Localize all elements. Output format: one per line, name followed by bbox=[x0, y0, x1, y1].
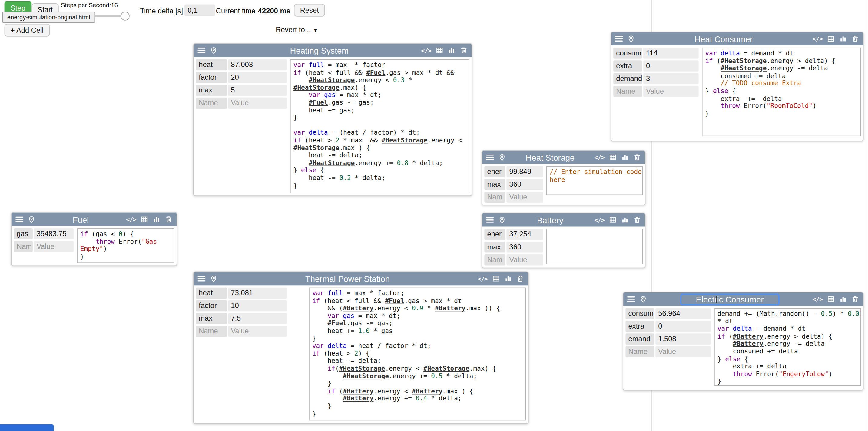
variable-value-input[interactable]: 99.849 bbox=[506, 166, 543, 177]
variable-name-input[interactable]: gas bbox=[14, 228, 33, 239]
chart-view-icon[interactable] bbox=[621, 216, 629, 224]
variable-value-input[interactable]: Value bbox=[228, 326, 287, 337]
variable-name-input[interactable]: max bbox=[484, 179, 505, 190]
variable-value-input[interactable]: Value bbox=[228, 97, 287, 109]
panel-header[interactable]: Heating System </> bbox=[194, 44, 472, 57]
code-view-icon[interactable]: </> bbox=[813, 295, 823, 303]
code-editor[interactable]: if (gas < 0) { throw Error("GasEmpty")} bbox=[77, 228, 175, 263]
variable-value-input[interactable]: Value bbox=[643, 86, 699, 97]
location-pin-icon[interactable] bbox=[209, 47, 217, 55]
panel-title[interactable]: Heating System bbox=[221, 46, 417, 55]
location-pin-icon[interactable] bbox=[209, 275, 217, 283]
variable-name-input[interactable]: max bbox=[484, 241, 505, 253]
trash-icon[interactable] bbox=[164, 215, 173, 223]
trash-icon[interactable] bbox=[851, 295, 859, 303]
variable-name-input[interactable]: Nam bbox=[484, 192, 505, 203]
table-view-icon[interactable] bbox=[140, 215, 148, 223]
menu-icon[interactable] bbox=[615, 34, 623, 43]
location-pin-icon[interactable] bbox=[639, 295, 647, 303]
variable-value-input[interactable]: 114 bbox=[643, 48, 699, 59]
variable-name-input[interactable]: heat bbox=[196, 288, 227, 299]
panel-header[interactable]: Heat Storage </> bbox=[482, 151, 645, 164]
code-view-icon[interactable]: </> bbox=[421, 47, 431, 55]
menu-icon[interactable] bbox=[198, 47, 206, 55]
code-editor[interactable]: var full = max * factor;if (heat < full … bbox=[309, 288, 526, 421]
chart-view-icon[interactable] bbox=[447, 47, 456, 55]
chart-view-icon[interactable] bbox=[839, 34, 847, 43]
table-view-icon[interactable] bbox=[609, 216, 617, 224]
panel-header[interactable]: Electric Consumer </> bbox=[623, 292, 863, 306]
code-editor[interactable]: var full = max * factorif (heat < full &… bbox=[290, 59, 469, 193]
panel-title[interactable]: Thermal Power Station bbox=[221, 274, 474, 283]
reset-button[interactable]: Reset bbox=[294, 4, 325, 17]
panel-header[interactable]: Thermal Power Station </> bbox=[194, 272, 528, 285]
variable-value-input[interactable]: Value bbox=[655, 346, 711, 357]
variable-value-input[interactable]: 360 bbox=[506, 179, 543, 190]
location-pin-icon[interactable] bbox=[27, 215, 35, 223]
variable-name-input[interactable]: max bbox=[196, 85, 227, 96]
time-delta-input[interactable]: 0,1 bbox=[184, 4, 215, 16]
code-editor[interactable]: demand += (Math.random() - 0.5) * 0.01* … bbox=[714, 308, 861, 385]
table-view-icon[interactable] bbox=[827, 34, 835, 43]
variable-name-input[interactable]: factor bbox=[196, 300, 227, 312]
variable-value-input[interactable]: 73.081 bbox=[228, 288, 287, 299]
panel-title[interactable]: Heat Consumer bbox=[639, 34, 808, 44]
variable-value-input[interactable]: 0 bbox=[655, 321, 711, 332]
chart-view-icon[interactable] bbox=[839, 295, 847, 303]
variable-name-input[interactable]: Name bbox=[196, 97, 227, 109]
table-view-icon[interactable] bbox=[435, 47, 443, 55]
menu-icon[interactable] bbox=[486, 153, 494, 161]
code-editor[interactable]: // Enter simulation codehere bbox=[546, 166, 643, 195]
table-view-icon[interactable] bbox=[827, 295, 835, 303]
panel-title[interactable]: Heat Storage bbox=[510, 153, 590, 162]
variable-name-input[interactable]: demand bbox=[613, 73, 642, 84]
trash-icon[interactable] bbox=[633, 216, 641, 224]
panel-header[interactable]: Battery </> bbox=[482, 213, 645, 227]
trash-icon[interactable] bbox=[516, 275, 524, 283]
code-view-icon[interactable]: </> bbox=[594, 153, 604, 161]
code-editor[interactable] bbox=[546, 229, 643, 264]
variable-value-input[interactable]: 56.964 bbox=[655, 308, 711, 319]
variable-name-input[interactable]: ener bbox=[484, 166, 505, 177]
code-editor[interactable]: var delta = demand * dtif (#HeatStorage.… bbox=[702, 48, 861, 136]
variable-name-input[interactable]: factor bbox=[196, 72, 227, 83]
variable-value-input[interactable]: Value bbox=[506, 254, 543, 265]
table-view-icon[interactable] bbox=[609, 153, 617, 161]
code-view-icon[interactable]: </> bbox=[126, 215, 136, 223]
code-view-icon[interactable]: </> bbox=[477, 275, 488, 283]
variable-name-input[interactable]: extra bbox=[625, 321, 654, 332]
location-pin-icon[interactable] bbox=[498, 216, 506, 224]
variable-name-input[interactable]: ener bbox=[484, 229, 505, 240]
menu-icon[interactable] bbox=[486, 216, 494, 224]
panel-header[interactable]: Heat Consumer </> bbox=[611, 32, 863, 46]
variable-name-input[interactable]: consum bbox=[625, 308, 654, 319]
variable-value-input[interactable]: 7.5 bbox=[228, 313, 287, 324]
variable-name-input[interactable]: max bbox=[196, 313, 227, 324]
menu-icon[interactable] bbox=[627, 295, 635, 303]
variable-name-input[interactable]: consum bbox=[613, 48, 642, 59]
chart-view-icon[interactable] bbox=[152, 215, 160, 223]
menu-icon[interactable] bbox=[198, 275, 206, 283]
location-pin-icon[interactable] bbox=[627, 34, 635, 43]
variable-name-input[interactable]: Nam bbox=[14, 241, 33, 252]
panel-title[interactable]: Fuel bbox=[39, 214, 122, 224]
variable-value-input[interactable]: 20 bbox=[228, 72, 287, 83]
variable-value-input[interactable]: 1.508 bbox=[655, 334, 711, 345]
variable-value-input[interactable]: Value bbox=[506, 192, 543, 203]
code-view-icon[interactable]: </> bbox=[813, 34, 823, 43]
variable-value-input[interactable]: 360 bbox=[506, 241, 543, 253]
variable-name-input[interactable]: Name bbox=[625, 346, 654, 357]
revert-dropdown[interactable]: Revert to...▼ bbox=[276, 25, 318, 34]
variable-name-input[interactable]: emand bbox=[625, 334, 654, 345]
code-view-icon[interactable]: </> bbox=[594, 216, 604, 224]
variable-value-input[interactable]: 35483.75 bbox=[34, 228, 73, 239]
variable-name-input[interactable]: Name bbox=[613, 86, 642, 97]
variable-value-input[interactable]: 37.254 bbox=[506, 229, 543, 240]
variable-name-input[interactable]: Name bbox=[196, 326, 227, 337]
menu-icon[interactable] bbox=[16, 215, 23, 223]
table-view-icon[interactable] bbox=[492, 275, 500, 283]
panel-title[interactable]: Battery bbox=[510, 215, 590, 225]
variable-value-input[interactable]: 0 bbox=[643, 60, 699, 71]
panel-title-input[interactable]: Electric Consumer bbox=[680, 293, 779, 305]
variable-name-input[interactable]: Nam bbox=[484, 254, 505, 265]
